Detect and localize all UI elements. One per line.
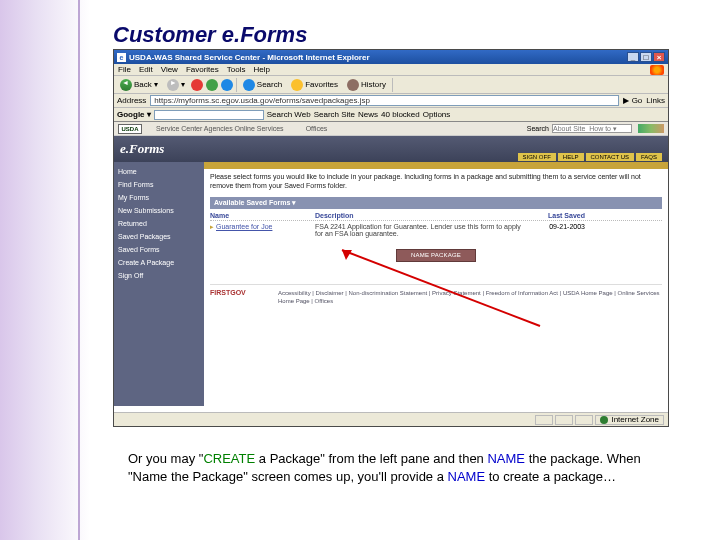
eforms-logo: e.Forms <box>120 141 164 157</box>
header-link-help[interactable]: HELP <box>558 153 584 161</box>
menu-tools[interactable]: Tools <box>227 65 246 74</box>
usda-tab-offices[interactable]: Offices <box>306 125 328 132</box>
menu-favorites[interactable]: Favorites <box>186 65 219 74</box>
address-label: Address <box>117 96 146 105</box>
menu-view[interactable]: View <box>161 65 178 74</box>
page-content: USDA Service Center Agencies Online Serv… <box>114 122 668 412</box>
nav-home[interactable]: Home <box>118 168 200 175</box>
favorites-toolbar-button[interactable]: Favorites <box>288 78 341 92</box>
nav-my-forms[interactable]: My Forms <box>118 194 200 201</box>
globe-icon <box>600 416 608 424</box>
left-nav: Home Find Forms My Forms New Submissions… <box>114 162 204 406</box>
header-link-faqs[interactable]: FAQS <box>636 153 662 161</box>
menu-bar: File Edit View Favorites Tools Help <box>114 64 668 76</box>
forward-icon <box>167 79 179 91</box>
google-popup-blocked[interactable]: 40 blocked <box>381 110 420 119</box>
col-desc-header[interactable]: Description <box>315 212 525 219</box>
star-icon <box>291 79 303 91</box>
google-search-input[interactable] <box>154 110 264 120</box>
col-date-header[interactable]: Last Saved <box>525 212 585 219</box>
nav-saved-packages[interactable]: Saved Packages <box>118 233 200 240</box>
window-title: USDA-WAS Shared Service Center - Microso… <box>129 53 627 62</box>
footer-links[interactable]: Accessibility | Disclaimer | Non-discrim… <box>278 289 662 306</box>
row-description: FSA 2241 Application for Guarantee. Lend… <box>315 223 525 237</box>
col-name-header[interactable]: Name <box>210 212 315 219</box>
google-news-button[interactable]: News <box>358 110 378 119</box>
main-panel: Please select forms you would like to in… <box>204 162 668 406</box>
eforms-banner: e.Forms SIGN OFF HELP CONTACT US FAQS <box>114 136 668 162</box>
security-zone: Internet Zone <box>595 415 664 425</box>
table-header-row: Name Description Last Saved <box>210 211 662 221</box>
slide-caption: Or you may "CREATE a Package" from the l… <box>128 450 648 485</box>
go-button[interactable]: ▶ Go <box>623 96 642 105</box>
row-bullet-icon: ▸ <box>210 223 214 230</box>
gold-divider <box>204 162 668 169</box>
nav-sign-off[interactable]: Sign Off <box>118 272 200 279</box>
nav-saved-forms[interactable]: Saved Forms <box>118 246 200 253</box>
google-logo[interactable]: Google ▾ <box>117 110 151 119</box>
maximize-button[interactable]: □ <box>640 52 652 62</box>
forward-button[interactable]: ▾ <box>164 78 188 92</box>
name-package-button[interactable]: NAME PACKAGE <box>396 249 476 262</box>
search-icon <box>243 79 255 91</box>
address-bar: Address https://myforms.sc.egov.usda.gov… <box>114 94 668 108</box>
available-forms-header[interactable]: Available Saved Forms ▾ <box>210 197 662 209</box>
nav-create-package[interactable]: Create A Package <box>118 259 200 266</box>
history-icon <box>347 79 359 91</box>
intro-text: Please select forms you would like to in… <box>210 173 662 191</box>
slide-title: Customer e.Forms <box>113 22 307 48</box>
google-search-site-button[interactable]: Search Site <box>314 110 355 119</box>
address-input[interactable]: https://myforms.sc.egov.usda.gov/eforms/… <box>150 95 619 106</box>
back-icon <box>120 79 132 91</box>
nav-returned[interactable]: Returned <box>118 220 200 227</box>
minimize-button[interactable]: _ <box>627 52 639 62</box>
ie-icon: e <box>117 53 126 62</box>
firstgov-logo[interactable]: FIRSTGOV <box>210 289 268 306</box>
header-link-contact[interactable]: CONTACT US <box>586 153 634 161</box>
usda-search-label: Search <box>527 125 549 132</box>
nav-new-submissions[interactable]: New Submissions <box>118 207 200 214</box>
refresh-button[interactable] <box>206 79 218 91</box>
status-cell <box>575 415 593 425</box>
search-toolbar-button[interactable]: Search <box>240 78 285 92</box>
form-link-guarantee[interactable]: Guarantee for Joe <box>216 223 272 230</box>
close-button[interactable]: × <box>653 52 665 62</box>
status-cell <box>555 415 573 425</box>
header-photo-strip <box>638 124 664 133</box>
nav-find-forms[interactable]: Find Forms <box>118 181 200 188</box>
status-bar: Internet Zone <box>114 412 668 426</box>
google-search-web-button[interactable]: Search Web <box>267 110 311 119</box>
forms-table: Name Description Last Saved ▸Guarantee f… <box>210 211 662 239</box>
usda-header-bar: USDA Service Center Agencies Online Serv… <box>114 122 668 136</box>
google-options-button[interactable]: Options <box>423 110 451 119</box>
row-date: 09-21-2003 <box>525 223 585 237</box>
menu-help[interactable]: Help <box>253 65 269 74</box>
nav-toolbar: Back ▾ ▾ Search Favorites History <box>114 76 668 94</box>
menu-file[interactable]: File <box>118 65 131 74</box>
menu-edit[interactable]: Edit <box>139 65 153 74</box>
window-titlebar: e USDA-WAS Shared Service Center - Micro… <box>114 50 668 64</box>
browser-window: e USDA-WAS Shared Service Center - Micro… <box>113 49 669 427</box>
ie-throbber-icon <box>650 65 664 75</box>
links-menu[interactable]: Links <box>646 96 665 105</box>
usda-tab-services[interactable]: Service Center Agencies Online Services <box>156 125 284 132</box>
google-toolbar: Google ▾ Search Web Search Site News 40 … <box>114 108 668 122</box>
page-footer: FIRSTGOV Accessibility | Disclaimer | No… <box>210 284 662 306</box>
status-cell <box>535 415 553 425</box>
stop-button[interactable] <box>191 79 203 91</box>
header-link-signoff[interactable]: SIGN OFF <box>518 153 556 161</box>
home-button[interactable] <box>221 79 233 91</box>
back-button[interactable]: Back ▾ <box>117 78 161 92</box>
usda-logo: USDA <box>118 124 142 134</box>
table-row: ▸Guarantee for Joe FSA 2241 Application … <box>210 221 662 239</box>
history-toolbar-button[interactable]: History <box>344 78 389 92</box>
usda-search-input[interactable] <box>552 124 632 133</box>
